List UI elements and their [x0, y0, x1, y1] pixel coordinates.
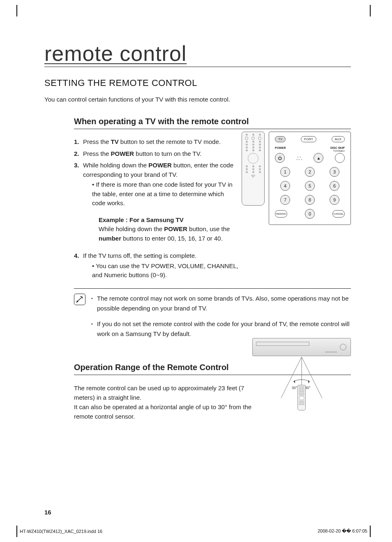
num-0-button[interactable]: 0: [305, 209, 315, 219]
num-4-button[interactable]: 4: [280, 181, 290, 191]
mode-aux-button[interactable]: AUX: [332, 136, 345, 142]
note-2: If you do not set the remote control wit…: [91, 319, 351, 339]
num-6-button[interactable]: 6: [330, 181, 339, 191]
example-block: Example : For a Samsung TV While holding…: [99, 215, 238, 243]
divider: [74, 288, 351, 289]
remote-small-icon: [242, 132, 265, 206]
example-body: While holding down the POWER button, use…: [99, 225, 238, 243]
ir-emitter-icon: ∘ ∘∘ ∘ ∘: [296, 155, 302, 160]
footer-timestamp: 2008-02-20 �� 6:07:05: [318, 528, 367, 534]
page-number: 16: [44, 509, 51, 516]
step-number: 2.: [74, 149, 79, 159]
step-text: Press the POWER button to turn on the TV…: [83, 150, 202, 157]
range-figure: •••••• 30° 30°: [252, 338, 351, 408]
svg-marker-3: [293, 380, 295, 383]
op-range-text-2: It can also be operated at a horizontal …: [74, 402, 263, 422]
steps-list: 1. Press the TV button to set the remote…: [74, 137, 238, 280]
note-1: The remote control may not work on some …: [91, 294, 351, 313]
page-title: remote control: [44, 41, 351, 67]
remote-figure: TV PORT AUX POWER DISC SKIPTV/VIDEO ⏻ ∘ …: [242, 132, 351, 225]
svg-text:30°: 30°: [305, 386, 311, 390]
eject-button[interactable]: ▲: [314, 153, 323, 163]
cancel-button[interactable]: CANCEL: [332, 210, 345, 218]
remote-large-diagram: TV PORT AUX POWER DISC SKIPTV/VIDEO ⏻ ∘ …: [269, 132, 351, 225]
step-number: 1.: [74, 137, 79, 147]
footer-filename: HT-WZ410(TWZ412)_XAC_0219.indd 16: [20, 529, 102, 534]
step-4-sub: You can use the TV POWER, VOLUME, CHANNE…: [83, 262, 238, 280]
step-3-sub: If there is more than one code listed fo…: [83, 180, 238, 208]
crop-mark: [370, 526, 371, 537]
step-number: 4.: [74, 251, 79, 261]
blank-button[interactable]: [335, 153, 345, 163]
example-title: Example : For a Samsung TV: [99, 215, 238, 225]
number-pad: 1 2 3 4 5 6 7 8 9: [275, 167, 345, 205]
num-7-button[interactable]: 7: [280, 195, 290, 205]
step-3: 3. While holding down the POWER button, …: [74, 161, 238, 243]
mode-port-button[interactable]: PORT: [301, 136, 316, 142]
intro-text: You can control certain functions of you…: [44, 96, 351, 103]
num-2-button[interactable]: 2: [305, 167, 315, 177]
crop-mark: [16, 5, 17, 16]
step-text: Press the TV button to set the remote to…: [83, 138, 221, 145]
step-1: 1. Press the TV button to set the remote…: [74, 137, 238, 147]
mode-tv-button[interactable]: TV: [275, 136, 286, 142]
page: remote control SETTING THE REMOTE CONTRO…: [0, 0, 392, 542]
power-button[interactable]: ⏻: [275, 153, 285, 163]
beam-diagram: 30° 30°: [252, 357, 351, 408]
eject-label: DISC SKIPTV/VIDEO: [330, 146, 345, 152]
step-4: 4. If the TV turns off, the setting is c…: [74, 251, 238, 280]
power-label: POWER: [275, 146, 286, 152]
subsection-heading: When operating a TV with the remote cont…: [74, 117, 351, 129]
num-3-button[interactable]: 3: [330, 167, 339, 177]
num-9-button[interactable]: 9: [330, 195, 339, 205]
step-number: 3.: [74, 161, 79, 170]
tiny-remote-icon: [297, 385, 306, 410]
unit-icon: ••••••: [252, 338, 351, 356]
crop-mark: [16, 526, 17, 537]
notes-block: The remote control may not work on some …: [74, 294, 351, 345]
num-5-button[interactable]: 5: [305, 181, 315, 191]
svg-marker-4: [308, 380, 310, 383]
step-text: While holding down the POWER button, ent…: [83, 162, 233, 178]
num-8-button[interactable]: 8: [305, 195, 315, 205]
note-icon: [74, 294, 85, 305]
op-range-text-1: The remote control can be used up to app…: [74, 383, 263, 403]
crop-mark: [370, 5, 371, 16]
svg-text:30°: 30°: [292, 386, 297, 390]
remain-button[interactable]: REMAIN: [275, 210, 287, 218]
section-heading: SETTING THE REMOTE CONTROL: [44, 78, 351, 88]
num-1-button[interactable]: 1: [280, 167, 290, 177]
step-2: 2. Press the POWER button to turn on the…: [74, 149, 238, 159]
step-text: If the TV turns off, the setting is comp…: [83, 252, 196, 259]
